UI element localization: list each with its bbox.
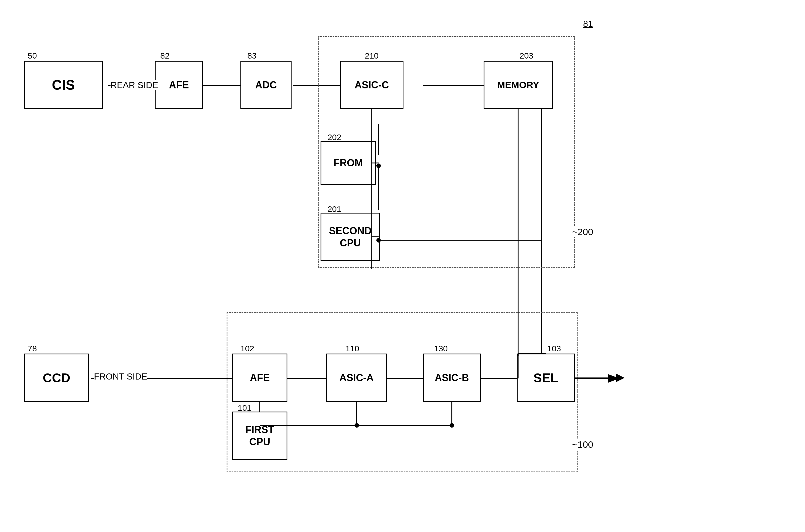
- asic-c-box: ASIC-C: [340, 61, 404, 109]
- dot-asic-a-bottom: [355, 423, 359, 428]
- asic-b-box: ASIC-B: [423, 354, 481, 402]
- front-side-label: FRONT SIDE: [94, 372, 147, 382]
- rear-side-label: REAR SIDE: [111, 80, 158, 90]
- ref-asic-a: 110: [345, 344, 359, 353]
- afe-bottom-box: AFE: [232, 354, 287, 402]
- ref-adc: 83: [247, 51, 257, 60]
- dot-second-cpu: [376, 238, 381, 243]
- memory-box: MEMORY: [484, 61, 553, 109]
- cis-box: CIS: [24, 61, 103, 109]
- ref-ccd: 78: [27, 344, 37, 353]
- ref-81: 81: [583, 19, 593, 29]
- sel-box: SEL: [517, 354, 575, 402]
- asic-a-box: ASIC-A: [326, 354, 387, 402]
- dot-asic-b-bottom: [450, 423, 454, 428]
- ref-cis: 50: [27, 51, 37, 60]
- adc-box: ADC: [240, 61, 292, 109]
- diagram: 81 ~200 ~100 CIS 50 AFE 82 ADC 83 ASIC-C…: [0, 0, 805, 532]
- label-200: ~200: [572, 227, 593, 237]
- ref-first-cpu: 101: [238, 403, 251, 413]
- ref-asic-b: 130: [434, 344, 448, 353]
- ref-second-cpu: 201: [327, 204, 341, 214]
- dot-from: [376, 164, 381, 168]
- ref-from: 202: [327, 133, 341, 142]
- svg-marker-16: [608, 374, 619, 383]
- ref-afe-bot: 102: [240, 344, 254, 353]
- ref-afe-top: 82: [160, 51, 169, 60]
- ccd-box: CCD: [24, 354, 89, 402]
- first-cpu-box: FIRST CPU: [232, 412, 287, 460]
- from-box: FROM: [321, 141, 376, 185]
- ref-memory: 203: [520, 51, 533, 60]
- ref-asic-c: 210: [365, 51, 379, 60]
- label-100: ~100: [572, 439, 593, 450]
- svg-marker-39: [616, 374, 624, 382]
- afe-top-box: AFE: [155, 61, 203, 109]
- second-cpu-box: SECOND CPU: [321, 213, 380, 261]
- ref-sel: 103: [547, 344, 561, 353]
